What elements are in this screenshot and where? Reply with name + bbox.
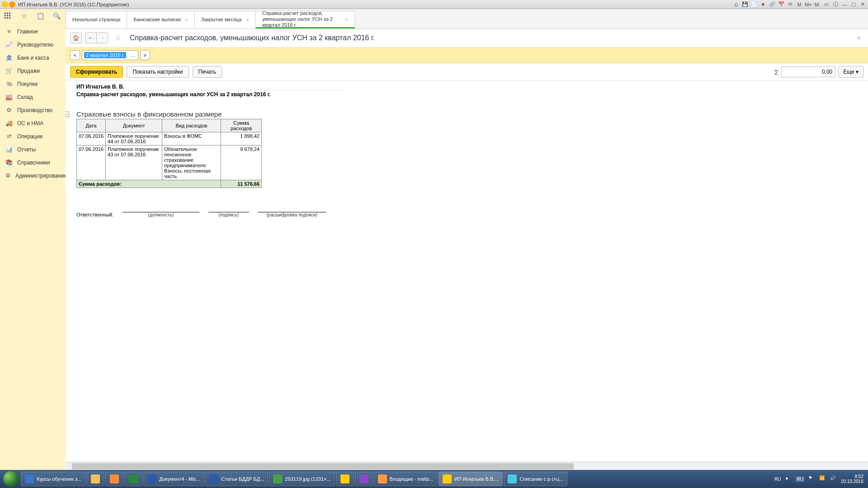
nav-admin[interactable]: ⚙Администрирование [0, 169, 66, 182]
task-label: Списание с р сч.j... [519, 476, 563, 482]
nav-purchases[interactable]: 🛍Покупки [0, 77, 66, 90]
tab-start[interactable]: Начальная страница [66, 11, 127, 28]
date: 20.10.2016 [841, 479, 863, 484]
calc-icon[interactable]: 📄 [750, 1, 758, 8]
signature-row: Ответственный: (должность) (подпись) (ра… [76, 206, 640, 217]
close-button[interactable]: ✕ [859, 1, 866, 8]
task-item[interactable] [355, 472, 373, 486]
svg-rect-6 [5, 17, 6, 19]
close-icon[interactable]: × [246, 17, 249, 23]
task-item[interactable] [86, 472, 104, 486]
mplus-icon[interactable]: M+ [805, 1, 812, 8]
nav-main[interactable]: ≡Главное [0, 25, 66, 38]
gear-icon: ⚙ [5, 172, 11, 179]
nav-label: Руководителю [17, 42, 53, 48]
apps-icon[interactable] [4, 12, 12, 20]
nav-assets[interactable]: 🚚ОС и НМА [0, 117, 66, 130]
lang-indicator[interactable]: RU [774, 477, 781, 482]
print-button[interactable]: Печать [193, 66, 222, 78]
mminus-icon[interactable]: M- [814, 1, 821, 8]
flag-icon[interactable]: ⚑ [808, 475, 816, 483]
volume-icon[interactable]: 🔊 [830, 475, 837, 483]
page-title: Справка-расчет расходов, уменьшающих нал… [130, 34, 375, 42]
calendar-icon[interactable]: 📅 [778, 1, 785, 8]
star-icon[interactable]: ★ [760, 1, 767, 8]
task-label: Входящие - metiz... [390, 476, 434, 482]
tab-close-month[interactable]: Закрытие месяца× [194, 11, 256, 28]
task-app-icon [209, 474, 218, 483]
link-icon[interactable]: 🔗 [769, 1, 776, 8]
task-item[interactable]: Входящие - metiz... [374, 472, 438, 486]
network-icon[interactable]: 📶 [819, 475, 826, 483]
period-picker-icon[interactable]: ... [129, 52, 137, 58]
nav-catalogs[interactable]: 📚Справочники [0, 156, 66, 169]
keyboard-indicator[interactable]: RU [795, 476, 804, 482]
titlebar-right: ⎙ 💾 📄 ★ 🔗 📅 ⟳ M M+ M- ▭ ⓘ — ▢ ✕ [732, 1, 866, 8]
close-page-button[interactable]: × [854, 34, 863, 42]
period-input[interactable]: 2 квартал 2016 г. ... [82, 50, 138, 60]
collapse-toggle-icon[interactable]: − [66, 112, 69, 117]
task-item[interactable] [336, 472, 354, 486]
tab-bank[interactable]: Банковские выписки× [127, 11, 195, 28]
task-item[interactable] [124, 472, 142, 486]
period-next-button[interactable]: > [140, 50, 150, 60]
period-prev-button[interactable]: < [70, 50, 80, 60]
nav-sales[interactable]: 🛒Продажи [0, 64, 66, 77]
task-item[interactable]: Списание с р сч.j... [504, 472, 567, 486]
nav-production[interactable]: ⚙Производство [0, 103, 66, 117]
scrollbar-thumb[interactable] [72, 463, 574, 469]
close-icon[interactable]: × [345, 17, 348, 22]
task-item[interactable]: Курсы обучения з... [21, 472, 85, 486]
titlebar: ИП Игнатьев В.В. (УСН 2016) (1С:Предприя… [0, 0, 868, 9]
star-outline-icon[interactable]: ☆ [20, 12, 28, 20]
more-button[interactable]: Еще ▾ [838, 66, 863, 78]
nav-operations[interactable]: ⇄Операции [0, 130, 66, 143]
nav-bank[interactable]: 🏦Банк и касса [0, 51, 66, 64]
nav-list: ≡Главное 📈Руководителю 🏦Банк и касса 🛒Пр… [0, 23, 66, 184]
task-app-icon [340, 474, 349, 483]
print-icon[interactable]: ⎙ [732, 1, 740, 8]
table-row[interactable]: 07.06.2016 Платежное поручение 43 от 07.… [77, 145, 262, 180]
tab-label: Справка-расчет расходов, уменьшающих нал… [262, 10, 341, 28]
save-icon[interactable]: 💾 [741, 1, 749, 8]
tabs-bar: Начальная страница Банковские выписки× З… [66, 9, 868, 29]
chart-icon: 📊 [5, 146, 13, 153]
nav-warehouse[interactable]: 🏭Склад [0, 90, 66, 103]
task-item[interactable]: Статьи БДДР БД... [205, 472, 268, 486]
nav-reports[interactable]: 📊Отчеты [0, 143, 66, 156]
task-item[interactable] [105, 472, 123, 486]
forward-button[interactable]: → [96, 33, 108, 43]
task-item[interactable]: ИП Игнатьев В.В.... [439, 472, 503, 486]
signature-position: (должность) [123, 206, 199, 217]
task-label: ИП Игнатьев В.В.... [454, 476, 499, 482]
tray-icon[interactable]: ▲ [784, 475, 792, 483]
close-icon[interactable]: × [185, 17, 188, 23]
sign-line [123, 206, 199, 212]
maximize-button[interactable]: ▢ [850, 1, 857, 8]
favorite-star-icon[interactable]: ☆ [114, 33, 122, 43]
generate-button[interactable]: Сформировать [70, 66, 123, 78]
search-icon[interactable]: 🔍 [52, 12, 61, 20]
clock[interactable]: 8:52 20.10.2016 [841, 474, 863, 484]
signature-name: (расшифровка подписи) [258, 206, 326, 217]
m-icon[interactable]: M [796, 1, 803, 8]
clipboard-icon[interactable]: 📋 [36, 12, 44, 20]
minimize-button[interactable]: — [841, 1, 848, 8]
show-settings-button[interactable]: Показать настройки [127, 66, 189, 78]
table-row[interactable]: 07.06.2016 Платежное поручение 44 от 07.… [77, 132, 262, 145]
tab-report[interactable]: Справка-расчет расходов, уменьшающих нал… [255, 11, 355, 28]
home-button[interactable]: 🏠 [70, 33, 82, 43]
tab-label: Банковские выписки [133, 17, 180, 23]
task-item[interactable]: Документ4 - Mic... [143, 472, 204, 486]
svg-rect-2 [9, 13, 10, 14]
task-item[interactable]: 253119.jpg (1231×... [269, 472, 335, 486]
horizontal-scrollbar[interactable] [66, 462, 868, 470]
panel-icon[interactable]: ▭ [823, 1, 830, 8]
refresh-icon[interactable]: ⟳ [787, 1, 794, 8]
info-icon[interactable]: ⓘ [832, 1, 839, 8]
start-button[interactable] [2, 470, 20, 488]
nav-manager[interactable]: 📈Руководителю [0, 38, 66, 51]
task-label: 253119.jpg (1231×... [285, 476, 330, 482]
back-button[interactable]: ← [85, 33, 97, 43]
sum-field[interactable] [781, 66, 835, 77]
